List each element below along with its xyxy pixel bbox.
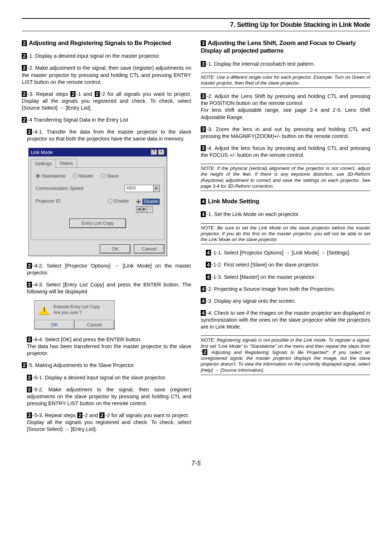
step-2-4-1: 2-4-1. Transfer the data from the master… <box>22 129 191 142</box>
chapter-title: 7. Setting Up for Double Stacking in Lin… <box>22 21 370 31</box>
warning-icon: ! <box>39 305 50 315</box>
step-4-4: 4-4. Check to see if the images on the m… <box>201 310 370 330</box>
entry-list-copy-button[interactable]: Entry List Copy <box>69 219 126 228</box>
note-4b: NOTE: Registering signals is not possibl… <box>201 335 370 375</box>
step-3-1: 3-1. Display the internal crosshatch tes… <box>201 61 370 68</box>
step-2-5-3: 2-5-3. Repeat steps 2-2 and 2-2 for all … <box>22 412 191 433</box>
section-3-heading: 3 Adjusting the Lens Shift, Zoom and Foc… <box>201 39 370 55</box>
step-2-1: 2-1. Display a desired input signal on t… <box>22 53 191 60</box>
heading-num-2: 2 <box>22 40 27 46</box>
step-3-3: 3-3. Zoom the lens in and out by pressin… <box>201 126 370 140</box>
radio-disable[interactable]: Disable <box>136 199 160 205</box>
page-number: 7-5 <box>22 460 370 467</box>
cancel-button[interactable]: Cancel <box>134 244 164 253</box>
step-3-2: 3-2. Adjust the Lens Shift by pressing a… <box>201 93 370 121</box>
section-2-heading: 2 Adjusting and Registering Signals to B… <box>22 39 191 47</box>
chevron-right-icon[interactable]: ▶ <box>153 185 159 192</box>
step-2-2: 2-2. Make adjustment to the signal, then… <box>22 65 191 85</box>
link-mode-dialog: Link Mode ? × Settings Status Standalone <box>28 148 167 256</box>
confirm-ok-button[interactable]: OK <box>34 320 74 329</box>
step-2-4-4: 2-4-4. Select [OK] and press the ENTER b… <box>22 336 191 357</box>
step-4-3: 4-3. Display any signal onto the screen. <box>201 298 370 305</box>
note-4a: NOTE: Be sure to set the Link Mode on th… <box>201 223 370 245</box>
confirm-line1: Execute Entry List Copy <box>53 304 100 310</box>
chevron-left-icon[interactable]: ◀ <box>136 207 142 212</box>
comm-speed-field[interactable]: 4800 ▶ <box>124 185 160 192</box>
dialog-title: Link Mode <box>31 149 53 155</box>
heading-text-2: Adjusting and Registering Signals to Be … <box>29 40 171 46</box>
radio-master[interactable]: Master <box>73 173 94 179</box>
comm-speed-label: Communication Speed <box>36 185 86 191</box>
heading-num-4: 4 <box>201 199 206 204</box>
step-4-2: 4-2. Projecting a Source Image from both… <box>201 286 370 293</box>
step-4-1-2: 4-1-2. First select [Slave] on the slave… <box>201 261 370 268</box>
note-3b: NOTE: If the physical (vertical) alignme… <box>201 164 370 191</box>
step-2-4-3: 2-4-3. Select [Entry List Copy] and pres… <box>22 281 191 295</box>
heading-text-3: Adjusting the Lens Shift, Zoom and Focus… <box>201 40 356 54</box>
radio-enable[interactable]: Enable <box>108 198 128 204</box>
radio-standalone[interactable]: Standalone <box>36 173 66 179</box>
help-icon[interactable]: ? <box>151 149 157 155</box>
confirm-line2: Are you sure ? <box>53 310 100 316</box>
step-2-5: 2-5. Making Adjustments to the Slave Pro… <box>22 362 191 369</box>
step-2-5-1: 2-5-1. Display a desired input signal on… <box>22 374 191 381</box>
close-icon[interactable]: × <box>158 149 164 155</box>
dialog-titlebar: Link Mode ? × <box>29 148 167 156</box>
step-2-4: 2-4 Transferring Signal Data in the Entr… <box>22 117 191 123</box>
step-4-1-3: 4-1-3. Select [Master] on the master pro… <box>201 274 370 281</box>
step-2-4-2: 2-4-2. Select [Projector Options] → [Lin… <box>22 262 191 276</box>
step-2-3: 2-3. Repeat steps 2-1 and 2-2 for all si… <box>22 91 191 111</box>
ok-button[interactable]: OK <box>100 244 130 253</box>
tab-status[interactable]: Status <box>56 159 77 167</box>
note-3a: NOTE: Use a different single color for e… <box>201 73 370 88</box>
confirm-cancel-button[interactable]: Cancel <box>74 320 114 329</box>
chevron-right-icon[interactable]: ▶ <box>142 207 147 212</box>
id-spinner[interactable]: ◀ ▶ 0 <box>136 206 153 213</box>
step-3-4: 3-4. Adjust the lens focus by pressing a… <box>201 145 370 159</box>
projector-id-label: Projector ID <box>36 198 86 204</box>
confirm-dialog: ! Execute Entry List Copy Are you sure ?… <box>34 300 115 330</box>
section-4-heading: 4 Link Mode Setting <box>201 197 370 205</box>
radio-slave[interactable]: Slave <box>101 173 119 179</box>
step-4-1-1: 4-1-1. Select [Projector Options] → [Lin… <box>201 249 370 256</box>
step-2-5-2: 2-5-2. Make adjustment to the signal, th… <box>22 386 191 407</box>
heading-text-4: Link Mode Setting <box>208 198 259 205</box>
step-4-1: 4-1. Set the Link Mode on each projector… <box>201 211 370 218</box>
heading-num-3: 3 <box>201 40 206 46</box>
tab-settings[interactable]: Settings <box>31 159 56 168</box>
